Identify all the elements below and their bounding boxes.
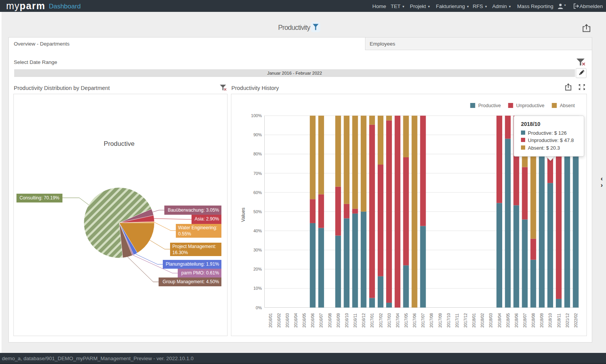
svg-text:100%: 100% bbox=[251, 113, 262, 118]
svg-text:90%: 90% bbox=[253, 132, 262, 137]
svg-text:2018/06: 2018/06 bbox=[514, 313, 518, 328]
svg-text:2016/07: 2016/07 bbox=[319, 313, 323, 328]
svg-text:2018/01: 2018/01 bbox=[472, 313, 476, 328]
svg-text:10%: 10% bbox=[253, 286, 262, 291]
svg-text:50%: 50% bbox=[253, 209, 262, 214]
svg-text:70%: 70% bbox=[253, 171, 262, 176]
svg-text:Absent: Absent bbox=[560, 103, 575, 108]
svg-text:2018/10: 2018/10 bbox=[548, 313, 552, 328]
svg-text:2018/03: 2018/03 bbox=[488, 313, 493, 328]
svg-text:2017/02: 2017/02 bbox=[378, 313, 383, 328]
svg-text:2016/10: 2016/10 bbox=[344, 313, 349, 328]
svg-text:2017/10: 2017/10 bbox=[446, 313, 450, 328]
svg-text:2017/08: 2017/08 bbox=[429, 313, 434, 328]
svg-text:2018/05: 2018/05 bbox=[505, 313, 510, 328]
svg-text:2022/02: 2022/02 bbox=[573, 313, 578, 328]
svg-text:2016/02: 2016/02 bbox=[276, 313, 281, 328]
svg-text:Values: Values bbox=[240, 207, 246, 222]
svg-text:2017/12: 2017/12 bbox=[463, 313, 468, 328]
svg-text:2016/04: 2016/04 bbox=[293, 313, 298, 328]
svg-text:2018/02: 2018/02 bbox=[480, 313, 485, 328]
svg-text:2016/03: 2016/03 bbox=[285, 313, 289, 328]
svg-text:2018/08: 2018/08 bbox=[531, 313, 536, 328]
svg-text:2018/04: 2018/04 bbox=[497, 313, 501, 328]
svg-text:2016/06: 2016/06 bbox=[310, 313, 315, 328]
svg-text:2018/09: 2018/09 bbox=[539, 313, 544, 328]
svg-text:2017/06: 2017/06 bbox=[412, 313, 417, 328]
svg-text:2017/03: 2017/03 bbox=[387, 313, 391, 328]
svg-text:0%: 0% bbox=[256, 305, 262, 310]
svg-text:40%: 40% bbox=[253, 229, 262, 233]
svg-text:2018/11: 2018/11 bbox=[556, 313, 561, 328]
svg-text:2016/05: 2016/05 bbox=[302, 313, 306, 328]
svg-text:2017/11: 2017/11 bbox=[454, 313, 459, 328]
svg-text:60%: 60% bbox=[253, 190, 262, 195]
svg-text:Productive: Productive bbox=[478, 103, 501, 108]
svg-text:2017/01: 2017/01 bbox=[370, 313, 374, 328]
svg-text:80%: 80% bbox=[253, 152, 262, 156]
svg-text:2016/11: 2016/11 bbox=[353, 313, 357, 328]
svg-text:2017/04: 2017/04 bbox=[395, 313, 400, 328]
svg-text:30%: 30% bbox=[253, 248, 262, 252]
svg-text:2017/09: 2017/09 bbox=[437, 313, 442, 328]
svg-text:2016/08: 2016/08 bbox=[327, 313, 332, 328]
svg-text:2018/07: 2018/07 bbox=[522, 313, 527, 328]
svg-text:2016/01: 2016/01 bbox=[268, 313, 272, 328]
svg-text:2016/09: 2016/09 bbox=[336, 313, 340, 328]
svg-text:2021/12: 2021/12 bbox=[565, 313, 569, 328]
svg-text:2017/07: 2017/07 bbox=[421, 313, 425, 328]
svg-text:2016/12: 2016/12 bbox=[361, 313, 366, 328]
svg-text:Unproductive: Unproductive bbox=[516, 103, 544, 108]
svg-text:20%: 20% bbox=[253, 267, 262, 271]
svg-text:2017/05: 2017/05 bbox=[403, 313, 408, 328]
